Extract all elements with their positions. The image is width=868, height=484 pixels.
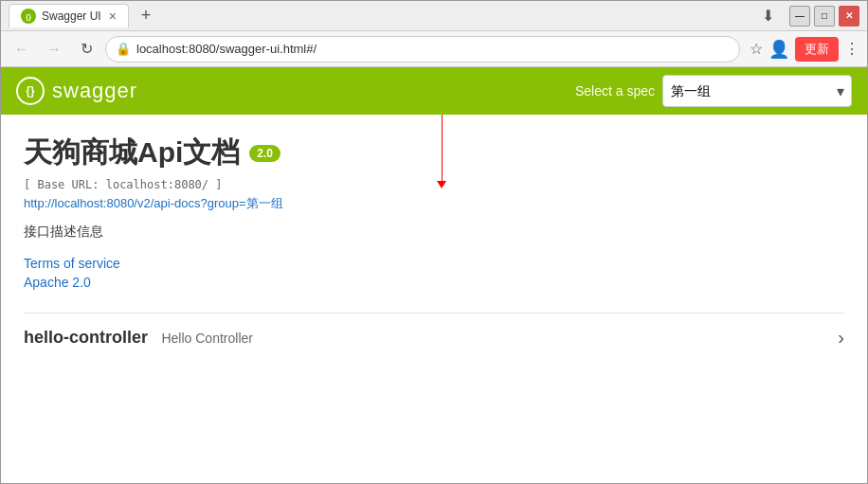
spec-selector-wrapper[interactable]: 第一组: [662, 75, 852, 107]
back-button[interactable]: ←: [9, 36, 35, 63]
lock-icon: 🔒: [116, 42, 131, 56]
url-text: localhost:8080/swagger-ui.html#/: [136, 42, 316, 56]
controller-description: Hello Controller: [161, 331, 252, 346]
tab-title: Swagger UI: [42, 9, 101, 23]
minimize-button[interactable]: —: [789, 6, 810, 27]
api-title: 天狗商城Api文档: [24, 134, 240, 172]
maximize-button[interactable]: □: [814, 6, 835, 27]
forward-button[interactable]: →: [41, 36, 67, 63]
url-bar[interactable]: 🔒 localhost:8080/swagger-ui.html#/: [105, 36, 740, 63]
tab-favicon: [21, 9, 36, 24]
swagger-icon-text: {}: [26, 84, 34, 98]
controller-section[interactable]: hello-controller Hello Controller ›: [24, 313, 844, 362]
new-tab-button[interactable]: +: [133, 3, 159, 29]
profile-icon[interactable]: 👤: [769, 39, 789, 60]
swagger-header: {} swagger Select a spec 第一组: [1, 67, 867, 115]
swagger-icon: {}: [16, 77, 45, 105]
address-bar: ← → ↻ 🔒 localhost:8080/swagger-ui.html#/…: [1, 31, 867, 67]
spec-select[interactable]: 第一组: [662, 75, 852, 107]
swagger-brand: swagger: [52, 79, 137, 103]
swagger-logo: {} swagger: [16, 77, 137, 105]
arrow-line: [442, 115, 443, 181]
arrow-indicator: [437, 115, 446, 188]
api-title-row: 天狗商城Api文档 2.0: [24, 134, 844, 172]
bookmark-icon[interactable]: ☆: [750, 40, 763, 58]
controller-info: hello-controller Hello Controller: [24, 328, 253, 348]
terms-link[interactable]: Terms of service: [24, 256, 844, 271]
menu-icon[interactable]: ⋮: [844, 40, 859, 58]
title-bar: Swagger UI × + ⬇ — □ ✕: [1, 1, 867, 31]
tab-close-button[interactable]: ×: [109, 9, 117, 24]
update-button[interactable]: 更新: [795, 37, 839, 62]
main-content: 天狗商城Api文档 2.0 [ Base URL: localhost:8080…: [1, 115, 867, 483]
controller-expand-icon[interactable]: ›: [838, 327, 844, 349]
license-link[interactable]: Apache 2.0: [24, 275, 844, 290]
version-badge: 2.0: [249, 145, 280, 162]
arrow-head: [437, 181, 446, 188]
api-description: 接口描述信息: [24, 224, 844, 241]
select-spec-label: Select a spec: [575, 83, 655, 99]
window-controls: — □ ✕: [789, 6, 859, 27]
refresh-button[interactable]: ↻: [73, 36, 99, 63]
browser-tab[interactable]: Swagger UI ×: [9, 4, 129, 27]
base-url: [ Base URL: localhost:8080/ ]: [24, 178, 844, 191]
controller-name: hello-controller: [24, 328, 148, 347]
close-button[interactable]: ✕: [839, 6, 859, 27]
profile-icon[interactable]: ⬇: [762, 7, 774, 25]
api-docs-link[interactable]: http://localhost:8080/v2/api-docs?group=…: [24, 195, 844, 212]
